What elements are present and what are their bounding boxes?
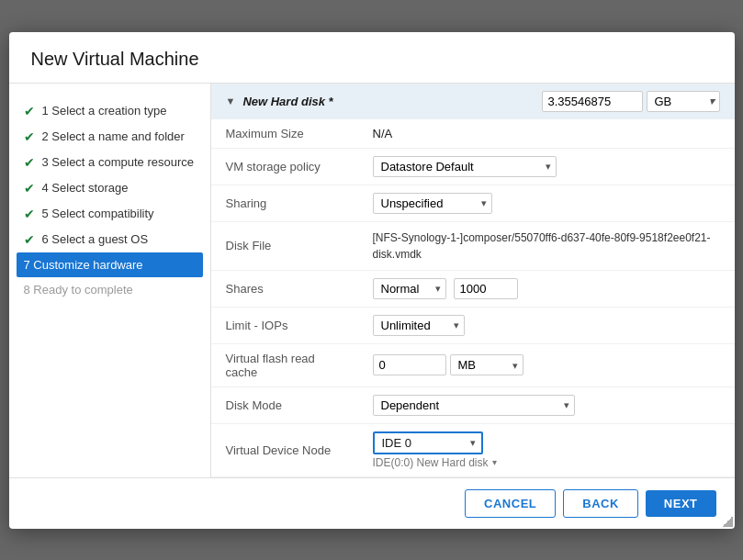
shares-row-tr: Shares Normal Low High Custom (211, 270, 735, 307)
shares-value: Normal Low High Custom (358, 270, 735, 307)
disk-mode-select[interactable]: Dependent Independent - Persistent Indep… (373, 395, 575, 416)
shares-type-wrapper: Normal Low High Custom (373, 278, 446, 299)
shares-controls: Normal Low High Custom (373, 278, 720, 299)
check-icon-step5: ✔ (24, 207, 35, 221)
back-button[interactable]: BACK (563, 489, 638, 518)
limit-iops-select[interactable]: Unlimited (373, 315, 465, 336)
chevron-sub-icon: ▾ (492, 457, 497, 467)
disk-mode-value: Dependent Independent - Persistent Indep… (358, 386, 735, 423)
section-title: New Hard disk * (242, 95, 332, 108)
disk-mode-label: Disk Mode (211, 386, 358, 423)
maximum-size-label: Maximum Size (211, 119, 358, 149)
check-icon-step2: ✔ (24, 129, 35, 144)
vf-controls: MB GB (373, 354, 720, 375)
shares-type-select[interactable]: Normal Low High Custom (373, 278, 446, 299)
next-button[interactable]: NEXT (646, 490, 716, 517)
vf-unit-wrapper: MB GB (450, 354, 523, 375)
sidebar-item-step1[interactable]: ✔ 1 Select a creation type (9, 98, 210, 124)
disk-file-value: [NFS-Synology-1-]composer/55070ff6-d637-… (358, 221, 735, 270)
check-icon-step6: ✔ (24, 232, 35, 247)
virtual-device-node-value: IDE 0 IDE(0:0) New Hard disk ▾ (358, 423, 735, 476)
section-header: ▼ New Hard disk * GB MB TB (211, 84, 735, 119)
check-icon-step1: ✔ (24, 104, 35, 118)
sharing-select[interactable]: Unspecified None (373, 193, 492, 214)
vm-storage-policy-row: VM storage policy Datastore Default (211, 148, 735, 185)
shares-value-input[interactable] (454, 278, 518, 299)
sidebar-item-step5[interactable]: ✔ 5 Select compatibility (9, 201, 210, 227)
dialog-footer: CANCEL BACK NEXT (9, 477, 735, 529)
vm-storage-policy-value: Datastore Default (358, 148, 735, 185)
virtual-device-node-label: Virtual Device Node (211, 423, 358, 476)
new-vm-dialog: New Virtual Machine ✔ 1 Select a creatio… (9, 32, 735, 529)
vf-read-cache-input[interactable] (373, 354, 446, 375)
disk-file-row: Disk File [NFS-Synology-1-]composer/5507… (211, 221, 735, 270)
disk-mode-wrapper: Dependent Independent - Persistent Indep… (373, 395, 575, 416)
limit-iops-label: Limit - IOPs (211, 307, 358, 343)
chevron-down-icon: ▼ (226, 95, 236, 106)
maximum-size-value: N/A (358, 119, 735, 149)
disk-file-path: [NFS-Synology-1-]composer/55070ff6-d637-… (373, 230, 720, 263)
virtual-device-node-row: Virtual Device Node IDE 0 IDE(0:0) New H… (211, 423, 735, 476)
form-table: Maximum Size N/A VM storage policy Datas… (211, 119, 735, 477)
sharing-wrapper: Unspecified None (373, 193, 492, 214)
size-unit-select[interactable]: GB MB TB (647, 91, 720, 112)
vf-read-cache-value: MB GB (358, 343, 735, 386)
virtual-device-node-sub: IDE(0:0) New Hard disk ▾ (373, 456, 720, 469)
maximum-size-row: Maximum Size N/A (211, 119, 735, 149)
disk-file-label: Disk File (211, 221, 358, 270)
disk-mode-row: Disk Mode Dependent Independent - Persis… (211, 386, 735, 423)
vm-storage-policy-label: VM storage policy (211, 148, 358, 185)
vf-unit-select[interactable]: MB GB (450, 354, 523, 375)
virtual-device-node-box[interactable]: IDE 0 (373, 431, 483, 454)
shares-label: Shares (211, 270, 358, 307)
sharing-label: Sharing (211, 185, 358, 221)
size-unit-wrapper: GB MB TB (647, 91, 720, 112)
limit-iops-value: Unlimited (358, 307, 735, 343)
sidebar-item-step8[interactable]: 8 Ready to complete (9, 277, 210, 302)
sharing-row: Sharing Unspecified None (211, 185, 735, 221)
size-input-group: GB MB TB (542, 91, 720, 112)
limit-iops-wrapper: Unlimited (373, 315, 465, 336)
main-content: ▼ New Hard disk * GB MB TB Maxim (211, 84, 735, 477)
sidebar-item-step2[interactable]: ✔ 2 Select a name and folder (9, 124, 210, 150)
dialog-body: ✔ 1 Select a creation type ✔ 2 Select a … (9, 84, 735, 477)
sidebar-item-step4[interactable]: ✔ 4 Select storage (9, 175, 210, 201)
cancel-button[interactable]: CANCEL (465, 489, 556, 518)
vm-storage-policy-wrapper: Datastore Default (373, 156, 557, 177)
vf-read-cache-label: Virtual flash read cache (211, 343, 358, 386)
vf-read-cache-row: Virtual flash read cache MB GB (211, 343, 735, 386)
sidebar-item-step7[interactable]: 7 Customize hardware (17, 252, 203, 277)
vm-storage-policy-select[interactable]: Datastore Default (373, 156, 557, 177)
resize-handle[interactable] (722, 516, 733, 527)
limit-iops-row: Limit - IOPs Unlimited (211, 307, 735, 343)
hard-disk-size-input[interactable] (542, 91, 643, 112)
check-icon-step4: ✔ (24, 181, 35, 196)
sidebar: ✔ 1 Select a creation type ✔ 2 Select a … (9, 84, 211, 477)
dialog-title: New Virtual Machine (9, 32, 735, 84)
check-icon-step3: ✔ (24, 155, 35, 170)
sidebar-item-step3[interactable]: ✔ 3 Select a compute resource (9, 150, 210, 175)
sidebar-item-step6[interactable]: ✔ 6 Select a guest OS (9, 227, 210, 252)
sharing-value: Unspecified None (358, 185, 735, 221)
